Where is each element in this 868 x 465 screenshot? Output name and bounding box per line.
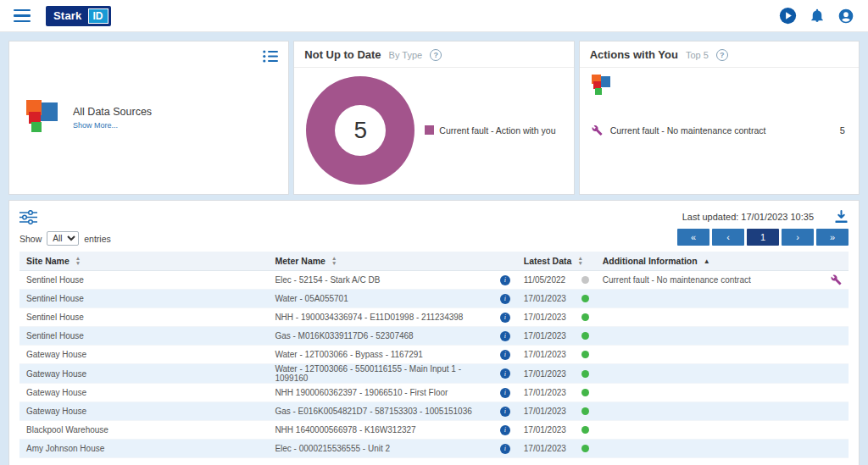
status-dot (581, 426, 589, 434)
menu-icon[interactable] (14, 9, 31, 23)
meter-name-text: Water - 05A055701 (275, 294, 348, 303)
play-button[interactable] (779, 7, 797, 25)
info-icon[interactable]: i (500, 425, 510, 435)
info-icon[interactable]: i (500, 407, 510, 417)
latest-data-text: 17/01/2023 (524, 350, 566, 359)
entries-select[interactable]: All (47, 231, 79, 246)
help-icon[interactable]: ? (430, 49, 442, 61)
meter-name-text: Elec - 52154 - Stark A/C DB (275, 275, 380, 285)
wrench-icon[interactable] (831, 274, 842, 285)
latest-data-text: 11/05/2022 (524, 275, 565, 285)
entries-label: entries (84, 234, 111, 244)
info-icon[interactable]: i (500, 444, 510, 454)
table-row[interactable]: Gateway House Water - 12T003066 - 550011… (19, 364, 849, 384)
meters-table: Site Name ▲▼ Meter Name ▲▼ Latest Data ▲… (19, 252, 849, 458)
additional-info-cell (596, 440, 849, 458)
pagination: « ‹ 1 › » (677, 229, 849, 246)
data-sources-title: All Data Sources (73, 106, 152, 118)
filter-button[interactable] (19, 210, 37, 224)
pagination-prev-button[interactable]: ‹ (712, 229, 744, 246)
account-button[interactable] (837, 8, 854, 25)
download-icon (834, 210, 849, 224)
info-icon[interactable]: i (500, 275, 510, 285)
app-logo[interactable]: Stark ID (46, 6, 111, 26)
action-item[interactable]: Current fault - No maintenance contract … (592, 125, 845, 136)
meter-name-cell: Water - 05A055701 i (268, 290, 516, 308)
bell-icon (810, 8, 825, 24)
table-row[interactable]: Gateway House Water - 12T003066 - Bypass… (19, 346, 849, 364)
table-row[interactable]: Sentinel House Water - 05A055701 i 17/01… (19, 290, 849, 308)
latest-data-text: 17/01/2023 (524, 331, 566, 340)
latest-data-cell: 11/05/2022 (517, 271, 596, 290)
last-updated-text: Last updated: 17/01/2023 10:35 (682, 212, 814, 222)
meter-name-text: NHH 1900060362397 - 19066510 - First Flo… (275, 388, 448, 397)
info-icon[interactable]: i (500, 388, 510, 398)
meter-name-text: NHH - 1900034336974 - E11D01998 - 211234… (275, 313, 463, 322)
list-view-button[interactable] (263, 50, 278, 66)
notifications-button[interactable] (810, 8, 825, 24)
main-content: All Data Sources Show More... Not Up to … (0, 32, 868, 465)
column-header-additional-information[interactable]: Additional Information ▲ (596, 252, 849, 271)
pagination-last-button[interactable]: » (816, 229, 849, 246)
site-name-cell: Gateway House (19, 402, 268, 421)
pagination-next-button[interactable]: › (782, 229, 814, 246)
sort-ascending-icon: ▲ (704, 257, 710, 265)
play-icon (779, 7, 797, 25)
site-name-cell: Sentinel House (19, 290, 268, 308)
column-header-site-name[interactable]: Site Name ▲▼ (19, 252, 268, 271)
table-row[interactable]: Gateway House NHH 1900060362397 - 190665… (19, 384, 849, 402)
latest-data-text: 17/01/2023 (524, 425, 566, 435)
latest-data-text: 17/01/2023 (524, 369, 566, 379)
status-dot (581, 313, 589, 321)
table-row[interactable]: Blackpool Warehouse NHH 1640000566978 - … (19, 421, 849, 440)
latest-data-text: 17/01/2023 (524, 444, 566, 453)
meter-name-cell: Water - 12T003066 - Bypass - 1167291 i (268, 346, 516, 364)
donut-chart[interactable]: 5 (306, 76, 415, 185)
additional-info-cell (596, 421, 849, 440)
info-icon[interactable]: i (500, 331, 510, 341)
additional-info-cell (596, 384, 849, 402)
column-label: Latest Data (524, 256, 572, 266)
info-icon[interactable]: i (500, 313, 510, 323)
column-header-meter-name[interactable]: Meter Name ▲▼ (268, 252, 516, 271)
info-icon[interactable]: i (500, 368, 510, 379)
download-button[interactable] (834, 210, 849, 224)
status-dot (581, 445, 589, 452)
meter-name-cell: Gas - M016K0339117D6 - 52307468 i (268, 327, 516, 346)
help-icon[interactable]: ? (716, 49, 728, 61)
column-label: Site Name (26, 256, 70, 266)
table-row[interactable]: Sentinel House Gas - M016K0339117D6 - 52… (19, 327, 849, 346)
sort-icon: ▲▼ (331, 256, 337, 266)
additional-info-cell: Current fault - No maintenance contract (596, 271, 849, 290)
pagination-page-1-button[interactable]: 1 (747, 229, 779, 246)
status-dot (581, 389, 589, 396)
pagination-first-button[interactable]: « (677, 229, 709, 246)
info-icon[interactable]: i (500, 350, 510, 360)
actions-with-you-card: Actions with You Top 5 ? Current fault -… (579, 41, 860, 195)
table-row[interactable]: Gateway House Gas - E016K0054821D7 - 587… (19, 402, 849, 421)
filter-sliders-icon (19, 210, 37, 224)
latest-data-cell: 17/01/2023 (517, 440, 596, 458)
table-row[interactable]: Sentinel House NHH - 1900034336974 - E11… (19, 308, 849, 327)
column-label: Additional Information (603, 256, 698, 266)
site-name-cell: Gateway House (19, 346, 268, 364)
table-row[interactable]: Amy Johnson House Elec - 0000215536555 -… (19, 440, 849, 458)
show-more-link[interactable]: Show More... (73, 121, 152, 130)
latest-data-cell: 17/01/2023 (517, 308, 596, 327)
latest-data-cell: 17/01/2023 (517, 346, 596, 364)
additional-info-cell (596, 346, 849, 364)
status-dot (581, 276, 589, 284)
meter-name-text: Water - 12T003066 - 5500116155 - Main In… (275, 364, 494, 383)
site-name-cell: Gateway House (19, 364, 268, 384)
meter-name-text: Gas - M016K0339117D6 - 52307468 (275, 331, 413, 340)
info-icon[interactable]: i (500, 294, 510, 304)
site-name-cell: Sentinel House (19, 327, 268, 346)
column-header-latest-data[interactable]: Latest Data ▲▼ (517, 252, 596, 271)
sort-icon: ▲▼ (75, 256, 81, 266)
meter-name-text: NHH 1640000566978 - K16W312327 (275, 425, 415, 435)
meter-name-cell: Elec - 0000215536555 - Unit 2 i (268, 440, 516, 458)
card-title: Not Up to Date (304, 48, 381, 61)
table-row[interactable]: Sentinel House Elec - 52154 - Stark A/C … (19, 271, 849, 290)
meter-name-cell: NHH 1900060362397 - 19066510 - First Flo… (268, 384, 516, 402)
action-item-count: 5 (840, 125, 845, 136)
